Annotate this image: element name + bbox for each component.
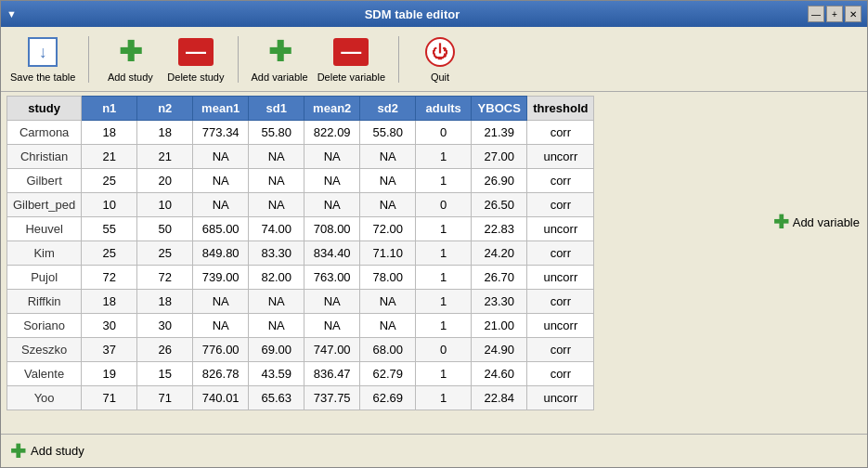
cell-r2-c3[interactable]: NA (193, 169, 249, 193)
close-button[interactable]: ✕ (845, 6, 862, 22)
cell-r7-c9[interactable]: corr (527, 290, 594, 314)
cell-r8-c0[interactable]: Soriano (7, 314, 82, 338)
cell-r9-c9[interactable]: corr (527, 338, 594, 362)
cell-r2-c0[interactable]: Gilbert (7, 169, 82, 193)
cell-r5-c6[interactable]: 71.10 (360, 241, 416, 266)
minimize-button[interactable]: — (808, 6, 824, 22)
cell-r11-c9[interactable]: uncorr (527, 386, 594, 410)
cell-r10-c8[interactable]: 24.60 (472, 362, 527, 386)
cell-r9-c6[interactable]: 68.00 (360, 338, 416, 362)
add-study-button[interactable]: ✚ Add study (102, 35, 158, 83)
cell-r5-c4[interactable]: 83.30 (249, 241, 304, 266)
cell-r11-c8[interactable]: 22.84 (472, 386, 527, 410)
table-row[interactable]: Szeszko3726776.0069.00747.0068.00024.90c… (7, 338, 594, 362)
cell-r2-c6[interactable]: NA (360, 169, 416, 193)
cell-r2-c4[interactable]: NA (249, 169, 304, 193)
cell-r6-c5[interactable]: 763.00 (304, 266, 360, 290)
cell-r11-c1[interactable]: 71 (82, 386, 137, 410)
cell-r3-c6[interactable]: NA (360, 193, 416, 217)
cell-r0-c5[interactable]: 822.09 (304, 121, 360, 145)
table-row[interactable]: Gilbert2520NANANANA126.90corr (7, 169, 594, 193)
table-row[interactable]: Riffkin1818NANANANA123.30corr (7, 290, 594, 314)
cell-r6-c3[interactable]: 739.00 (193, 266, 249, 290)
cell-r4-c9[interactable]: uncorr (527, 217, 594, 241)
cell-r10-c7[interactable]: 1 (416, 362, 472, 386)
add-study-footer-button[interactable]: ✚ Add study (10, 440, 84, 462)
cell-r10-c3[interactable]: 826.78 (193, 362, 249, 386)
cell-r0-c3[interactable]: 773.34 (193, 121, 249, 145)
cell-r0-c1[interactable]: 18 (82, 121, 137, 145)
cell-r1-c4[interactable]: NA (249, 145, 304, 169)
cell-r4-c2[interactable]: 50 (137, 217, 193, 241)
cell-r5-c8[interactable]: 24.20 (472, 241, 527, 266)
cell-r6-c6[interactable]: 78.00 (360, 266, 416, 290)
cell-r5-c2[interactable]: 25 (137, 241, 193, 266)
cell-r4-c7[interactable]: 1 (416, 217, 472, 241)
cell-r9-c3[interactable]: 776.00 (193, 338, 249, 362)
cell-r8-c1[interactable]: 30 (82, 314, 137, 338)
cell-r5-c0[interactable]: Kim (7, 241, 82, 266)
cell-r1-c3[interactable]: NA (193, 145, 249, 169)
cell-r10-c0[interactable]: Valente (7, 362, 82, 386)
cell-r8-c2[interactable]: 30 (137, 314, 193, 338)
cell-r2-c5[interactable]: NA (304, 169, 360, 193)
cell-r0-c9[interactable]: corr (527, 121, 594, 145)
cell-r8-c7[interactable]: 1 (416, 314, 472, 338)
cell-r0-c7[interactable]: 0 (416, 121, 472, 145)
cell-r8-c5[interactable]: NA (304, 314, 360, 338)
cell-r6-c2[interactable]: 72 (137, 266, 193, 290)
cell-r9-c2[interactable]: 26 (137, 338, 193, 362)
cell-r4-c8[interactable]: 22.83 (472, 217, 527, 241)
save-button[interactable]: Save the table (10, 35, 75, 83)
cell-r10-c6[interactable]: 62.79 (360, 362, 416, 386)
cell-r7-c0[interactable]: Riffkin (7, 290, 82, 314)
table-row[interactable]: Pujol7272739.0082.00763.0078.00126.70unc… (7, 266, 594, 290)
cell-r4-c5[interactable]: 708.00 (304, 217, 360, 241)
cell-r6-c1[interactable]: 72 (82, 266, 137, 290)
cell-r11-c7[interactable]: 1 (416, 386, 472, 410)
table-row[interactable]: Gilbert_ped1010NANANANA026.50corr (7, 193, 594, 217)
cell-r0-c4[interactable]: 55.80 (249, 121, 304, 145)
maximize-button[interactable]: + (826, 6, 843, 22)
cell-r2-c2[interactable]: 20 (137, 169, 193, 193)
cell-r2-c8[interactable]: 26.90 (472, 169, 527, 193)
cell-r11-c6[interactable]: 62.69 (360, 386, 416, 410)
cell-r3-c8[interactable]: 26.50 (472, 193, 527, 217)
cell-r10-c5[interactable]: 836.47 (304, 362, 360, 386)
cell-r11-c0[interactable]: Yoo (7, 386, 82, 410)
cell-r8-c3[interactable]: NA (193, 314, 249, 338)
cell-r8-c8[interactable]: 21.00 (472, 314, 527, 338)
cell-r7-c4[interactable]: NA (249, 290, 304, 314)
table-row[interactable]: Yoo7171740.0165.63737.7562.69122.84uncor… (7, 386, 594, 410)
cell-r3-c0[interactable]: Gilbert_ped (7, 193, 82, 217)
cell-r9-c1[interactable]: 37 (82, 338, 137, 362)
cell-r3-c3[interactable]: NA (193, 193, 249, 217)
cell-r5-c9[interactable]: corr (527, 241, 594, 266)
cell-r7-c3[interactable]: NA (193, 290, 249, 314)
cell-r3-c9[interactable]: corr (527, 193, 594, 217)
cell-r3-c4[interactable]: NA (249, 193, 304, 217)
cell-r6-c0[interactable]: Pujol (7, 266, 82, 290)
cell-r6-c8[interactable]: 26.70 (472, 266, 527, 290)
cell-r3-c7[interactable]: 0 (416, 193, 472, 217)
cell-r6-c9[interactable]: uncorr (527, 266, 594, 290)
cell-r3-c2[interactable]: 10 (137, 193, 193, 217)
delete-study-button[interactable]: — Delete study (167, 35, 224, 83)
cell-r4-c4[interactable]: 74.00 (249, 217, 304, 241)
add-variable-side-button[interactable]: ✚ Add variable (773, 211, 860, 233)
cell-r7-c5[interactable]: NA (304, 290, 360, 314)
cell-r7-c2[interactable]: 18 (137, 290, 193, 314)
cell-r9-c4[interactable]: 69.00 (249, 338, 304, 362)
cell-r4-c0[interactable]: Heuvel (7, 217, 82, 241)
cell-r9-c7[interactable]: 0 (416, 338, 472, 362)
cell-r10-c1[interactable]: 19 (82, 362, 137, 386)
cell-r9-c8[interactable]: 24.90 (472, 338, 527, 362)
cell-r11-c3[interactable]: 740.01 (193, 386, 249, 410)
cell-r1-c8[interactable]: 27.00 (472, 145, 527, 169)
cell-r3-c5[interactable]: NA (304, 193, 360, 217)
cell-r7-c1[interactable]: 18 (82, 290, 137, 314)
cell-r1-c1[interactable]: 21 (82, 145, 137, 169)
cell-r7-c8[interactable]: 23.30 (472, 290, 527, 314)
table-row[interactable]: Valente1915826.7843.59836.4762.79124.60c… (7, 362, 594, 386)
cell-r6-c7[interactable]: 1 (416, 266, 472, 290)
